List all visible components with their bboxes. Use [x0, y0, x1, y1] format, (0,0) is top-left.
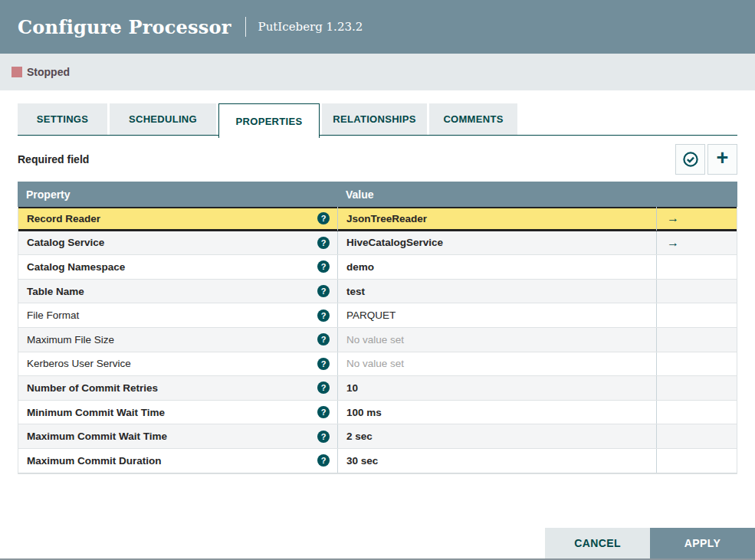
property-row[interactable]: Minimum Commit Wait Time ? 100 ms: [18, 401, 737, 425]
goto-service-cell: [656, 424, 737, 448]
tab-scheduling[interactable]: SCHEDULING: [110, 103, 216, 135]
property-value-cell[interactable]: No value set: [337, 328, 656, 352]
property-value-cell[interactable]: HiveCatalogService: [337, 231, 656, 255]
property-value-cell[interactable]: test: [337, 280, 656, 303]
processor-type-version: PutIceberg 1.23.2: [258, 20, 363, 34]
help-icon[interactable]: ?: [317, 406, 330, 418]
property-name-cell: Record Reader ?: [18, 207, 337, 231]
property-name: Table Name: [27, 286, 84, 297]
property-value: No value set: [346, 334, 404, 345]
property-value: PARQUET: [346, 309, 396, 321]
property-value-cell[interactable]: 2 sec: [337, 424, 656, 448]
property-name-cell: Minimum Commit Wait Time ?: [18, 401, 337, 424]
goto-service-arrow-icon[interactable]: →: [667, 212, 679, 224]
required-field-label: Required field: [18, 153, 89, 165]
add-property-button[interactable]: +: [707, 144, 737, 175]
help-icon[interactable]: ?: [317, 285, 330, 297]
property-value: JsonTreeReader: [346, 213, 427, 224]
property-row[interactable]: Maximum Commit Duration ? 30 sec: [18, 449, 737, 473]
help-icon[interactable]: ?: [317, 358, 330, 370]
property-name-cell: Maximum Commit Wait Time ?: [18, 424, 337, 448]
property-row[interactable]: Kerberos User Service ? No value set: [18, 352, 737, 377]
table-header: Property Value: [18, 182, 737, 207]
property-value-cell[interactable]: 100 ms: [337, 401, 656, 424]
property-row[interactable]: Record Reader ? JsonTreeReader →: [18, 207, 737, 231]
property-name-cell: Catalog Service ?: [18, 231, 337, 255]
property-name: Minimum Commit Wait Time: [27, 407, 165, 418]
verify-properties-button[interactable]: [675, 144, 705, 175]
property-value: demo: [346, 261, 374, 273]
property-name: Catalog Namespace: [27, 261, 125, 273]
tab-settings[interactable]: SETTINGS: [18, 103, 107, 135]
check-circle-icon: [682, 151, 699, 168]
tab-label: COMMENTS: [443, 113, 503, 125]
toolbar-buttons: +: [675, 144, 737, 175]
status-bar: Stopped: [0, 54, 755, 90]
property-name: Maximum Commit Wait Time: [27, 431, 167, 442]
property-value-cell[interactable]: demo: [337, 255, 656, 279]
property-value-cell[interactable]: 30 sec: [337, 449, 656, 473]
goto-service-cell: →: [656, 207, 737, 231]
property-name-cell: File Format ?: [18, 303, 337, 327]
property-name: File Format: [27, 309, 79, 321]
tab-label: SETTINGS: [37, 113, 88, 125]
tab-label: PROPERTIES: [236, 116, 303, 127]
property-name: Maximum File Size: [27, 334, 114, 345]
help-icon[interactable]: ?: [317, 309, 330, 322]
property-value: test: [346, 286, 365, 297]
column-header-property: Property: [18, 188, 337, 201]
property-name: Catalog Service: [27, 237, 104, 248]
property-row[interactable]: Catalog Service ? HiveCatalogService →: [18, 231, 737, 256]
goto-service-cell: [656, 255, 737, 279]
properties-toolbar: Required field +: [18, 144, 737, 175]
plus-icon: +: [717, 148, 729, 169]
property-row[interactable]: Table Name ? test: [18, 280, 737, 304]
property-name-cell: Table Name ?: [18, 280, 337, 303]
property-row[interactable]: File Format ? PARQUET: [18, 303, 737, 328]
property-row[interactable]: Catalog Namespace ? demo: [18, 255, 737, 280]
cancel-button[interactable]: CANCEL: [545, 528, 650, 558]
property-value: HiveCatalogService: [346, 237, 443, 248]
goto-service-cell: [656, 328, 737, 352]
tab-label: SCHEDULING: [129, 113, 197, 125]
goto-service-cell: [656, 303, 737, 327]
property-value-cell[interactable]: JsonTreeReader: [337, 207, 656, 231]
dialog-footer: CANCEL APPLY: [0, 528, 755, 558]
tab-relationships[interactable]: RELATIONSHIPS: [322, 103, 427, 135]
property-value-cell[interactable]: No value set: [337, 352, 656, 376]
property-value-cell[interactable]: PARQUET: [337, 303, 656, 327]
property-value-cell[interactable]: 10: [337, 376, 656, 400]
help-icon[interactable]: ?: [317, 237, 330, 249]
property-value: 100 ms: [346, 407, 382, 418]
help-icon[interactable]: ?: [317, 333, 330, 345]
help-icon[interactable]: ?: [317, 212, 330, 224]
property-name: Maximum Commit Duration: [27, 455, 162, 467]
property-value: 10: [346, 382, 358, 394]
tab-comments[interactable]: COMMENTS: [429, 103, 517, 135]
property-row[interactable]: Number of Commit Retries ? 10: [18, 376, 737, 401]
goto-service-cell: [656, 352, 737, 376]
property-name-cell: Catalog Namespace ?: [18, 255, 337, 279]
help-icon[interactable]: ?: [317, 431, 330, 443]
tab-bar: SETTINGSSCHEDULINGPROPERTIESRELATIONSHIP…: [18, 103, 737, 136]
tab-properties[interactable]: PROPERTIES: [218, 103, 320, 138]
property-value: 2 sec: [346, 431, 373, 442]
goto-service-cell: [656, 376, 737, 400]
properties-table: Property Value Record Reader ? JsonTreeR…: [18, 182, 737, 474]
property-name: Number of Commit Retries: [27, 382, 158, 394]
property-name: Kerberos User Service: [27, 358, 131, 369]
goto-service-cell: [656, 401, 737, 424]
help-icon[interactable]: ?: [317, 260, 330, 273]
apply-button[interactable]: APPLY: [650, 528, 755, 558]
table-body: Record Reader ? JsonTreeReader → Catalog…: [18, 207, 737, 473]
tab-label: RELATIONSHIPS: [333, 113, 415, 125]
help-icon[interactable]: ?: [317, 382, 330, 394]
dialog-title: Configure Processor: [18, 16, 231, 38]
property-value: 30 sec: [346, 455, 378, 467]
goto-service-cell: [656, 280, 737, 303]
goto-service-arrow-icon[interactable]: →: [667, 237, 679, 249]
column-header-value: Value: [337, 188, 656, 201]
help-icon[interactable]: ?: [317, 454, 330, 467]
property-row[interactable]: Maximum File Size ? No value set: [18, 328, 737, 352]
property-row[interactable]: Maximum Commit Wait Time ? 2 sec: [18, 424, 737, 449]
